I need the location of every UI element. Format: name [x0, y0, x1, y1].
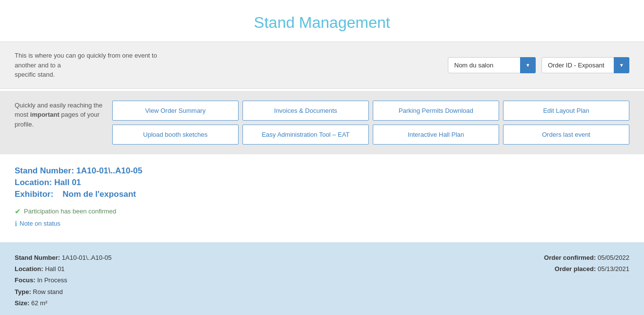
btn-parking-permits-download[interactable]: Parking Permits Download [373, 101, 499, 121]
stand-exhibitor-value: Nom de l'exposant [62, 189, 136, 199]
stand-location: Location: Hall 01 [15, 178, 629, 188]
stand-number-label: Stand Number: [15, 166, 74, 175]
note-on-status[interactable]: ℹ Note on status [15, 220, 629, 228]
detail-size: Size: 62 m² [15, 297, 112, 309]
detail-order-placed: Order placed: 05/13/2021 [544, 263, 629, 274]
btn-edit-layout-plan[interactable]: Edit Layout Plan [503, 101, 629, 121]
stand-number: Stand Number: 1A10-01\..A10-05 [15, 166, 629, 176]
detail-stand-number-value: 1A10-01\..A10-05 [62, 254, 112, 261]
stand-location-label: Location: [15, 178, 52, 187]
stand-details-right: Order confirmed: 05/05/2022 Order placed… [544, 252, 629, 275]
stand-details-box: Stand Number: 1A10-01\..A10-05 Location:… [0, 242, 644, 315]
nav-description-line1: This is where you can go quickly from on… [15, 52, 157, 69]
detail-stand-number-label: Stand Number: [15, 254, 60, 261]
stand-exhibitor: Exhibitor: Nom de l'exposant [15, 189, 629, 199]
stand-number-value: 1A10-01\..A10-05 [77, 166, 142, 175]
stand-info-section: Stand Number: 1A10-01\..A10-05 Location:… [0, 154, 644, 242]
quick-links-inner: Quickly and easily reaching the most imp… [15, 101, 629, 145]
participation-confirmed: ✔ Participation has been confirmed [15, 207, 629, 216]
btn-upload-booth-sketches[interactable]: Upload booth sketches [112, 125, 239, 145]
nav-description-line2: specific stand. [15, 71, 55, 78]
detail-location-label: Location: [15, 265, 43, 273]
quick-links-section: Quickly and easily reaching the most imp… [0, 91, 644, 154]
detail-type-value: Row stand [33, 288, 62, 295]
btn-interactive-hall-plan[interactable]: Interactive Hall Plan [373, 125, 499, 145]
quick-links-label: Quickly and easily reaching the most imp… [15, 101, 102, 129]
detail-focus-value: In Process [37, 276, 67, 284]
stand-details-left: Stand Number: 1A10-01\..A10-05 Location:… [15, 252, 112, 309]
salon-dropdown-wrapper: Nom du salon [448, 57, 536, 73]
detail-location-value: Hall 01 [45, 265, 64, 273]
quick-links-grid: View Order Summary Invoices & Documents … [112, 101, 629, 145]
detail-type-label: Type: [15, 288, 31, 295]
detail-size-value: 62 m² [31, 299, 47, 307]
page-title: Stand Management [0, 0, 644, 42]
detail-order-confirmed-label: Order confirmed: [544, 254, 596, 261]
quick-links-label-line3: profile. [15, 121, 34, 128]
stand-location-value: Hall 01 [54, 178, 81, 187]
btn-orders-last-event[interactable]: Orders last event [503, 125, 629, 145]
quick-links-label-line1: Quickly and easily reaching the [15, 102, 102, 109]
participation-confirmed-text: Participation has been confirmed [24, 208, 116, 215]
order-dropdown[interactable]: Order ID - Exposant [542, 57, 629, 73]
detail-order-placed-label: Order placed: [555, 265, 596, 273]
nav-dropdowns: Nom du salon Order ID - Exposant [448, 57, 629, 73]
detail-focus-label: Focus: [15, 276, 36, 284]
order-dropdown-wrapper: Order ID - Exposant [542, 57, 629, 73]
detail-focus: Focus: In Process [15, 274, 112, 286]
btn-invoices-documents[interactable]: Invoices & Documents [242, 101, 369, 121]
detail-size-label: Size: [15, 299, 29, 307]
btn-view-order-summary[interactable]: View Order Summary [112, 101, 239, 121]
detail-type: Type: Row stand [15, 286, 112, 297]
detail-location: Location: Hall 01 [15, 263, 112, 274]
stand-exhibitor-label: Exhibitor: [15, 189, 53, 199]
detail-order-confirmed-value: 05/05/2022 [598, 254, 629, 261]
detail-order-placed-value: 05/13/2021 [598, 265, 629, 273]
quick-links-label-line2: most important pages of your [15, 111, 100, 118]
detail-stand-number: Stand Number: 1A10-01\..A10-05 [15, 252, 112, 263]
detail-order-confirmed: Order confirmed: 05/05/2022 [544, 252, 629, 263]
btn-easy-admin-tool[interactable]: Easy Administration Tool – EAT [242, 125, 369, 145]
salon-dropdown[interactable]: Nom du salon [448, 57, 536, 73]
nav-bar-description: This is where you can go quickly from on… [15, 51, 171, 80]
check-icon: ✔ [15, 207, 21, 216]
info-icon: ℹ [15, 220, 17, 228]
nav-bar: This is where you can go quickly from on… [0, 42, 644, 89]
note-on-status-text: Note on status [20, 220, 60, 227]
